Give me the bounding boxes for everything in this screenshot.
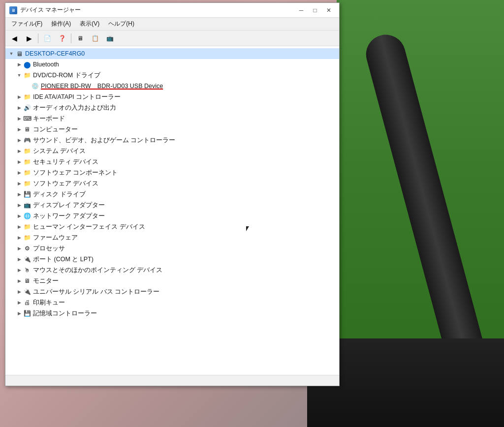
item-icon-port: 🔌 xyxy=(23,255,31,263)
item-label-print: 印刷キュー xyxy=(33,299,65,307)
computer-button[interactable]: 🖥 xyxy=(73,32,87,45)
tree-item-security[interactable]: ▶ 📁 セキュリティ デバイス xyxy=(5,156,339,167)
expand-icon-print: ▶ xyxy=(15,299,23,306)
item-label-sw-dev: ソフトウェア デバイス xyxy=(33,180,98,188)
expand-icon-ide: ▶ xyxy=(15,93,23,101)
status-bar xyxy=(5,375,339,386)
tree-item-disk[interactable]: ▶ 💾 ディスク ドライブ xyxy=(5,189,339,200)
tree-item-sound[interactable]: ▶ 🎮 サウンド、ビデオ、およびゲーム コントローラー xyxy=(5,135,339,146)
tree-item-storage[interactable]: ▶ 💾 記憶域コントローラー xyxy=(5,308,339,319)
tree-item-software-device[interactable]: ▶ 📁 ソフトウェア デバイス xyxy=(5,178,339,189)
expand-icon-sw-dev: ▶ xyxy=(15,180,23,187)
expand-icon-computer: ▶ xyxy=(15,125,23,133)
expand-icon-pioneer xyxy=(23,82,31,90)
close-button[interactable]: ✕ xyxy=(322,5,335,16)
item-icon-monitor: 🖥 xyxy=(23,277,31,285)
title-buttons: ─ □ ✕ xyxy=(295,5,335,16)
item-label-network: ネットワーク アダプター xyxy=(33,212,105,220)
item-icon-sw-dev: 📁 xyxy=(23,180,31,187)
item-icon-mouse: 🖱 xyxy=(23,266,31,274)
device-tree[interactable]: ▼ 🖥 DESKTOP-CEF4RG0 ▶ ⬤ Bluetooth ▼ 📁 DV… xyxy=(5,46,339,375)
menu-action[interactable]: 操作(A) xyxy=(47,19,75,29)
tree-item-network[interactable]: ▶ 🌐 ネットワーク アダプター xyxy=(5,211,339,221)
tree-item-pioneer[interactable]: 💿 PIONEER BD-RW BDR-UD03 USB Device xyxy=(5,81,339,92)
item-label-dvd-group: DVD/CD-ROM ドライブ xyxy=(33,71,100,80)
toolbar-separator-2 xyxy=(71,33,71,43)
tree-item-keyboard[interactable]: ▶ ⌨ キーボード xyxy=(5,113,339,124)
forward-button[interactable]: ▶ xyxy=(22,32,36,45)
item-label-audio: オーディオの入力および出力 xyxy=(33,104,116,112)
maximize-button[interactable]: □ xyxy=(309,5,321,16)
item-icon-hid: 📁 xyxy=(23,223,31,231)
item-label-usb: ユニバーサル シリアル バス コントローラー xyxy=(33,288,159,296)
properties-button[interactable]: 📄 xyxy=(40,32,54,45)
tree-item-software-component[interactable]: ▶ 📁 ソフトウェア コンポーネント xyxy=(5,167,339,178)
item-icon-audio: 🔊 xyxy=(23,104,31,112)
menu-bar: ファイル(F) 操作(A) 表示(V) ヘルプ(H) xyxy=(5,18,339,30)
item-label-firmware: ファームウェア xyxy=(33,234,78,242)
item-label-display: ディスプレイ アダプター xyxy=(33,201,105,210)
tree-item-print[interactable]: ▶ 🖨 印刷キュー xyxy=(5,297,339,308)
expand-icon-hid: ▶ xyxy=(15,223,23,231)
expand-icon-processor: ▶ xyxy=(15,244,23,252)
expand-icon-monitor: ▶ xyxy=(15,277,23,285)
tree-item-ide[interactable]: ▶ 📁 IDE ATA/ATAPI コントローラー xyxy=(5,92,339,102)
item-label-computer: コンピューター xyxy=(33,125,78,134)
tree-item-root[interactable]: ▼ 🖥 DESKTOP-CEF4RG0 xyxy=(5,48,339,59)
back-button[interactable]: ◀ xyxy=(7,32,21,45)
item-label-keyboard: キーボード xyxy=(33,115,65,123)
item-icon-usb: 🔌 xyxy=(23,288,31,296)
tree-item-computer[interactable]: ▶ 🖥 コンピューター xyxy=(5,124,339,135)
item-label-pioneer: PIONEER BD-RW BDR-UD03 USB Device xyxy=(41,82,163,91)
item-icon-bluetooth: ⬤ xyxy=(23,61,31,68)
device-manager-window: 🖥 デバイス マネージャー ─ □ ✕ ファイル(F) 操作(A) 表示(V) … xyxy=(5,2,340,386)
window-icon: 🖥 xyxy=(9,6,17,14)
expand-icon-security: ▶ xyxy=(15,158,23,166)
tree-item-bluetooth[interactable]: ▶ ⬤ Bluetooth xyxy=(5,59,339,70)
expand-icon-dvd: ▼ xyxy=(15,71,23,79)
item-label-monitor: モニター xyxy=(33,277,59,285)
title-bar: 🖥 デバイス マネージャー ─ □ ✕ xyxy=(5,3,339,18)
tree-item-port[interactable]: ▶ 🔌 ポート (COM と LPT) xyxy=(5,254,339,265)
item-icon-computer: 🖥 xyxy=(23,125,31,133)
expand-icon-audio: ▶ xyxy=(15,104,23,112)
menu-file[interactable]: ファイル(F) xyxy=(7,19,46,29)
tree-item-audio[interactable]: ▶ 🔊 オーディオの入力および出力 xyxy=(5,102,339,113)
tree-item-monitor[interactable]: ▶ 🖥 モニター xyxy=(5,275,339,286)
item-icon-security: 📁 xyxy=(23,158,31,166)
expand-icon-root: ▼ xyxy=(7,50,15,58)
menu-help[interactable]: ヘルプ(H) xyxy=(104,19,138,29)
item-label-sound: サウンド、ビデオ、およびゲーム コントローラー xyxy=(33,136,175,145)
minimize-button[interactable]: ─ xyxy=(295,5,308,16)
item-icon-storage: 💾 xyxy=(23,309,31,317)
item-label-processor: プロセッサ xyxy=(33,244,65,253)
item-icon-root: 🖥 xyxy=(15,50,23,58)
item-label-storage: 記憶域コントローラー xyxy=(33,309,97,318)
item-icon-firmware: 📁 xyxy=(23,234,31,242)
menu-view[interactable]: 表示(V) xyxy=(76,19,103,29)
tree-item-system-device[interactable]: ▶ 📁 システム デバイス xyxy=(5,146,339,156)
tree-item-usb[interactable]: ▶ 🔌 ユニバーサル シリアル バス コントローラー xyxy=(5,286,339,297)
expand-icon-keyboard: ▶ xyxy=(15,115,23,122)
item-icon-processor: ⚙ xyxy=(23,244,31,252)
tree-item-mouse[interactable]: ▶ 🖱 マウスとそのほかのポインティング デバイス xyxy=(5,265,339,275)
monitor-button[interactable]: 📺 xyxy=(103,32,117,45)
expand-icon-sw-comp: ▶ xyxy=(15,169,23,177)
tree-item-processor[interactable]: ▶ ⚙ プロセッサ xyxy=(5,243,339,254)
tree-item-firmware[interactable]: ▶ 📁 ファームウェア xyxy=(5,232,339,243)
item-label-mouse: マウスとそのほかのポインティング デバイス xyxy=(33,266,162,274)
expand-icon-storage: ▶ xyxy=(15,309,23,317)
expand-icon-firmware: ▶ xyxy=(15,234,23,242)
expand-icon-disk: ▶ xyxy=(15,190,23,198)
expand-icon-usb: ▶ xyxy=(15,288,23,296)
tree-item-hid[interactable]: ▶ 📁 ヒューマン インターフェイス デバイス xyxy=(5,221,339,232)
info-button[interactable]: ❓ xyxy=(55,32,69,45)
item-label-port: ポート (COM と LPT) xyxy=(33,255,94,264)
expand-icon-mouse: ▶ xyxy=(15,266,23,274)
item-icon-system: 📁 xyxy=(23,147,31,155)
item-icon-dvd: 📁 xyxy=(23,71,31,79)
item-icon-network: 🌐 xyxy=(23,212,31,220)
tree-item-display[interactable]: ▶ 📺 ディスプレイ アダプター xyxy=(5,200,339,211)
tree-item-dvd-group[interactable]: ▼ 📁 DVD/CD-ROM ドライブ xyxy=(5,70,339,81)
device-button[interactable]: 📋 xyxy=(88,32,102,45)
